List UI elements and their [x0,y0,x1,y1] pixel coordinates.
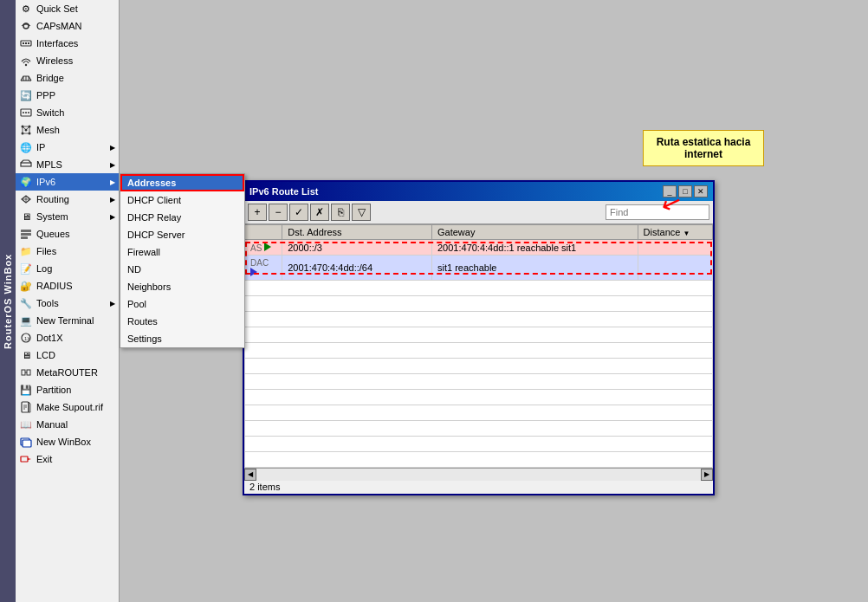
scroll-right-button[interactable]: ▶ [701,469,713,481]
metarouter-icon [19,366,33,379]
radius-icon: 🔐 [19,279,33,293]
table-row[interactable]: AS 2000::/3 2001:470:4:4dd::1 reachable … [245,240,713,256]
mesh-icon [19,123,33,137]
table-row[interactable]: DAC 2001:470:4:4dd::/64 sit1 reachable [245,256,713,281]
sidebar-item-radius[interactable]: 🔐 RADIUS [16,277,119,295]
sidebar-item-partition[interactable]: 💾 Partition [16,381,119,398]
col-gateway[interactable]: Gateway [431,225,638,240]
toolbar-cancel-button[interactable]: ✗ [310,204,329,221]
window-close-button[interactable]: ✕ [694,185,708,197]
toolbar-remove-button[interactable]: − [269,204,288,221]
svg-rect-29 [21,233,31,236]
table-row-empty [245,374,713,390]
sidebar-item-quick-set[interactable]: ⚙ Quick Set [16,0,119,17]
scroll-track[interactable] [256,469,701,481]
wireless-icon [19,54,33,68]
sidebar-item-ppp[interactable]: 🔄 PPP [16,87,119,104]
submenu-item-pool[interactable]: Pool [120,295,244,313]
sidebar-item-capsman[interactable]: CAPsMAN [16,17,119,35]
new-terminal-icon: 💻 [19,314,33,327]
svg-line-23 [23,126,26,130]
sidebar-item-log[interactable]: 📝 Log [16,260,119,277]
svg-point-12 [25,112,27,113]
svg-text:1X: 1X [24,336,30,341]
mpls-icon [19,158,33,172]
toolbar-add-button[interactable]: + [248,204,267,221]
submenu-item-settings[interactable]: Settings [120,330,244,347]
scroll-left-button[interactable]: ◀ [244,469,256,481]
svg-rect-4 [28,42,29,44]
sidebar-item-ip[interactable]: 🌐 IP ▶ [16,139,119,156]
col-distance[interactable]: Distance ▼ [638,225,712,240]
sidebar-item-system[interactable]: 🖥 System ▶ [16,208,119,225]
routing-icon [19,192,33,206]
svg-rect-28 [21,230,31,232]
ip-arrow-icon: ▶ [110,144,115,152]
sidebar-item-ipv6[interactable]: 🌍 IPv6 ▶ [16,173,119,191]
submenu-item-dhcp-server[interactable]: DHCP Server [120,226,244,243]
log-icon: 📝 [19,262,33,275]
sidebar-item-wireless[interactable]: Wireless [16,52,119,69]
sidebar-item-bridge[interactable]: Bridge [16,69,119,87]
col-flag[interactable] [245,225,282,240]
files-icon: 📁 [19,244,33,258]
make-supout-icon [19,400,33,414]
sidebar-item-mpls[interactable]: MPLS ▶ [16,156,119,173]
submenu-item-dhcp-relay[interactable]: DHCP Relay [120,209,244,226]
exit-icon [19,452,33,466]
new-winbox-icon [19,435,33,449]
submenu-item-routes[interactable]: Routes [120,313,244,330]
sidebar-item-routing[interactable]: Routing ▶ [16,191,119,208]
submenu-item-nd[interactable]: ND [120,261,244,278]
row1-flag: AS [245,240,282,256]
sidebar-item-exit[interactable]: Exit [16,450,119,468]
sidebar-item-queues[interactable]: Queues [16,225,119,243]
table-row-empty [245,296,713,312]
row2-dst: 2001:470:4:4dd::/64 [282,256,432,281]
toolbar-copy-button[interactable]: ⎘ [331,204,350,221]
sidebar-item-tools[interactable]: 🔧 Tools ▶ [16,295,119,312]
partition-icon: 💾 [19,383,33,397]
col-dst[interactable]: Dst. Address [282,225,432,240]
sidebar-item-new-winbox[interactable]: New WinBox [16,433,119,450]
table-row-empty [245,390,713,405]
tools-icon: 🔧 [19,296,33,310]
sidebar-item-dot1x[interactable]: 1X Dot1X [16,329,119,346]
svg-rect-25 [21,163,31,166]
toolbar-filter-button[interactable]: ▽ [352,204,371,221]
table-row-empty [245,452,713,468]
route-scrollbar[interactable]: ◀ ▶ [244,468,713,480]
sidebar-item-manual[interactable]: 📖 Manual [16,416,119,433]
system-arrow-icon: ▶ [110,213,115,221]
sidebar-item-make-supout[interactable]: Make Supout.rif [16,398,119,416]
submenu-item-addresses[interactable]: Addresses [120,174,244,191]
sidebar-item-switch[interactable]: Switch [16,104,119,121]
sidebar-item-new-terminal[interactable]: 💻 New Terminal [16,312,119,329]
svg-point-13 [28,112,29,113]
svg-point-11 [23,112,24,113]
submenu-item-dhcp-client[interactable]: DHCP Client [120,191,244,209]
interfaces-icon [19,36,33,50]
sidebar-item-interfaces[interactable]: Interfaces [16,35,119,52]
sidebar: ⚙ Quick Set CAPsMAN Interfaces Wireless … [16,0,120,602]
table-header-row: Dst. Address Gateway Distance ▼ [245,225,713,240]
svg-point-5 [25,64,27,66]
sidebar-item-mesh[interactable]: Mesh [16,121,119,139]
submenu-item-neighbors[interactable]: Neighbors [120,278,244,295]
ipv6-arrow-icon: ▶ [110,178,115,186]
svg-rect-42 [21,456,28,462]
submenu-item-firewall[interactable]: Firewall [120,243,244,261]
toolbar-confirm-button[interactable]: ✓ [289,204,308,221]
table-row-empty [245,359,713,374]
manual-icon: 📖 [19,418,33,431]
routing-arrow-icon: ▶ [110,196,115,204]
sidebar-item-files[interactable]: 📁 Files [16,243,119,260]
row1-dst: 2000::/3 [282,240,432,256]
sidebar-item-metarouter[interactable]: MetaROUTER [16,364,119,381]
row2-distance [638,256,712,281]
table-row-empty [245,437,713,452]
route-table-wrapper: Dst. Address Gateway Distance ▼ AS [244,224,713,468]
sidebar-item-lcd[interactable]: 🖥 LCD [16,346,119,364]
bridge-icon [19,71,33,85]
switch-icon [19,106,33,120]
